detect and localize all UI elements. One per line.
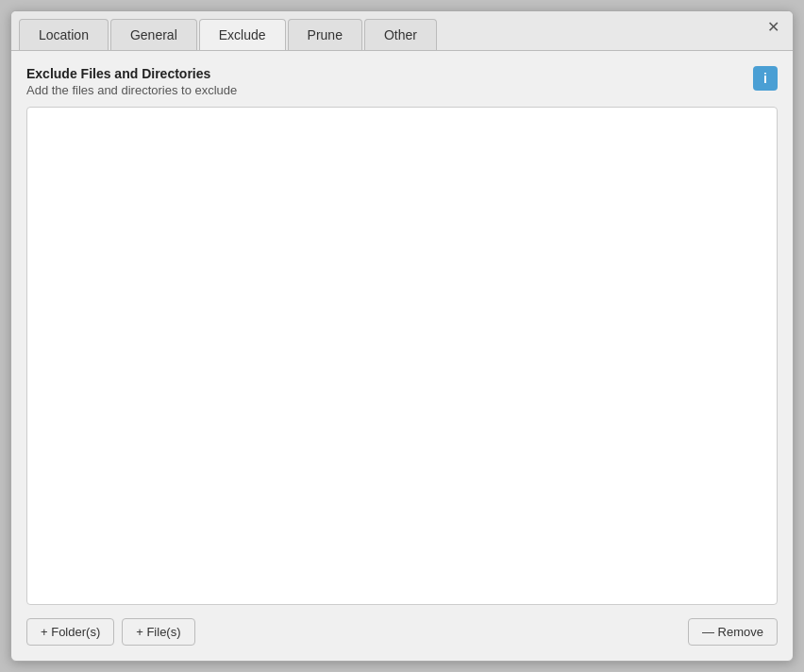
tab-general[interactable]: General [110,19,197,50]
content-area: Exclude Files and Directories Add the fi… [11,51,793,661]
tab-prune[interactable]: Prune [288,19,362,50]
bottom-left-buttons: + Folder(s) + File(s) [26,618,195,646]
add-folder-button[interactable]: + Folder(s) [26,618,114,646]
section-subtitle: Add the files and directories to exclude [26,83,237,97]
add-file-button[interactable]: + File(s) [122,618,194,646]
tab-bar: Location General Exclude Prune Other ✕ [11,11,793,51]
main-window: Location General Exclude Prune Other ✕ E… [10,10,794,662]
section-header: Exclude Files and Directories Add the fi… [26,66,778,97]
info-button[interactable]: i [753,66,778,91]
tab-other[interactable]: Other [364,19,437,50]
tab-location[interactable]: Location [19,19,109,50]
bottom-toolbar: + Folder(s) + File(s) — Remove [26,614,778,646]
section-title-block: Exclude Files and Directories Add the fi… [26,66,237,97]
close-button[interactable]: ✕ [762,17,783,38]
remove-button[interactable]: — Remove [688,618,778,646]
tab-exclude[interactable]: Exclude [199,19,286,50]
section-title: Exclude Files and Directories [26,66,237,81]
file-list [26,107,778,605]
